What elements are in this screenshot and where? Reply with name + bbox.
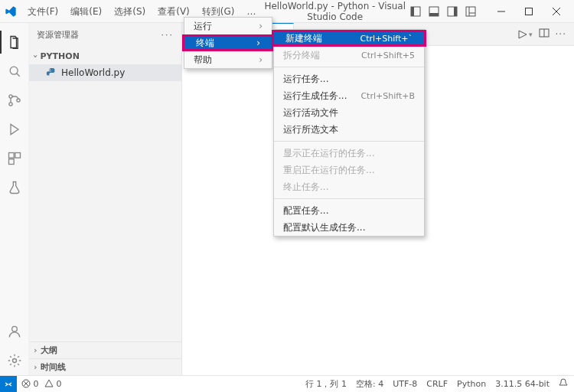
submenu-item[interactable]: 运行活动文件 bbox=[274, 104, 424, 121]
status-spaces[interactable]: 空格: 4 bbox=[356, 378, 383, 390]
svg-marker-18 bbox=[11, 124, 18, 134]
chevron-right-icon: › bbox=[259, 21, 263, 31]
submenu-item[interactable]: 新建终端Ctrl+Shift+` bbox=[272, 30, 426, 47]
svg-point-22 bbox=[11, 326, 17, 332]
svg-point-23 bbox=[12, 359, 16, 363]
activity-testing-icon[interactable] bbox=[0, 173, 29, 202]
menu-label: 运行活动文件 bbox=[283, 106, 338, 119]
window-close[interactable] bbox=[543, 1, 569, 22]
run-file-icon[interactable]: ▾ bbox=[517, 29, 533, 40]
chevron-right-icon: › bbox=[256, 38, 260, 48]
folder-header[interactable]: PYTHON bbox=[29, 47, 181, 64]
activitybar bbox=[0, 23, 29, 375]
submenu-item[interactable]: 运行所选文本 bbox=[274, 121, 424, 138]
menu-label: 运行生成任务... bbox=[283, 90, 347, 103]
svg-rect-21 bbox=[8, 159, 14, 165]
layout-panel-left-icon[interactable] bbox=[407, 3, 424, 20]
menu-label: 重启正在运行的任务... bbox=[283, 164, 374, 177]
statusbar: 0 0 行 1，列 1 空格: 4 UTF-8 CRLF Python 3.11… bbox=[0, 375, 574, 392]
menu-label: 显示正在运行的任务... bbox=[283, 147, 374, 160]
status-eol[interactable]: CRLF bbox=[426, 379, 448, 389]
svg-point-15 bbox=[8, 95, 11, 98]
chevron-right-icon bbox=[34, 345, 38, 355]
menu-label: 运行任务... bbox=[283, 73, 328, 86]
warning-count: 0 bbox=[57, 379, 62, 389]
layout-customize-icon[interactable] bbox=[462, 3, 479, 20]
svg-rect-19 bbox=[8, 153, 14, 158]
svg-line-14 bbox=[16, 74, 19, 77]
python-file-icon bbox=[46, 67, 57, 78]
menu-item-help[interactable]: 帮助 › bbox=[184, 51, 272, 68]
outline-label: 大纲 bbox=[41, 345, 57, 356]
status-language[interactable]: Python bbox=[457, 379, 486, 389]
activity-settings-icon[interactable] bbox=[0, 346, 29, 375]
submenu-item[interactable]: 配置任务... bbox=[274, 202, 424, 219]
activity-run-icon[interactable] bbox=[0, 115, 29, 144]
menu-label: 新建终端 bbox=[285, 32, 322, 45]
chevron-right-icon: › bbox=[259, 54, 263, 65]
menu-label: 终端 bbox=[196, 37, 214, 50]
activity-search-icon[interactable] bbox=[0, 57, 29, 86]
terminal-submenu: 新建终端Ctrl+Shift+`拆分终端Ctrl+Shift+5运行任务...运… bbox=[273, 29, 425, 237]
sidebar-more-icon[interactable]: ··· bbox=[161, 30, 174, 40]
menu-file[interactable]: 文件(F) bbox=[21, 0, 64, 23]
menu-shortcut: Ctrl+Shift+5 bbox=[361, 51, 415, 60]
status-lncol[interactable]: 行 1，列 1 bbox=[305, 378, 347, 390]
submenu-item: 终止任务... bbox=[274, 178, 424, 195]
window-minimize[interactable] bbox=[488, 1, 514, 22]
folder-name: PYTHON bbox=[41, 51, 80, 61]
menu-selection[interactable]: 选择(S) bbox=[108, 0, 152, 23]
menu-label: 帮助 bbox=[194, 54, 212, 67]
file-tree: PYTHON HelloWorld.py bbox=[29, 46, 181, 83]
file-name: HelloWorld.py bbox=[61, 67, 125, 78]
chevron-down-icon bbox=[34, 51, 38, 61]
window-title: HelloWorld.py - Python - Visual Studio C… bbox=[263, 1, 407, 22]
tab-more-icon[interactable]: ··· bbox=[556, 29, 566, 40]
svg-point-24 bbox=[50, 69, 51, 70]
svg-rect-5 bbox=[454, 7, 457, 16]
layout-panel-right-icon[interactable] bbox=[444, 3, 461, 20]
submenu-item: 拆分终端Ctrl+Shift+5 bbox=[274, 47, 424, 64]
outline-section[interactable]: 大纲 bbox=[29, 341, 181, 358]
svg-point-16 bbox=[8, 103, 11, 106]
explorer-sidebar: 资源管理器 ··· PYTHON HelloWorld.py 大纲 时间线 bbox=[29, 23, 182, 375]
window-maximize[interactable] bbox=[516, 1, 542, 22]
status-python[interactable]: 3.11.5 64-bit bbox=[495, 379, 550, 389]
menu-item-terminal[interactable]: 终端 › bbox=[182, 34, 274, 51]
activity-scm-icon[interactable] bbox=[0, 86, 29, 115]
menu-label: 运行 bbox=[194, 20, 212, 33]
menu-label: 配置默认生成任务... bbox=[283, 221, 365, 234]
svg-rect-10 bbox=[526, 8, 533, 15]
vscode-logo bbox=[0, 5, 21, 18]
file-item[interactable]: HelloWorld.py bbox=[29, 64, 181, 81]
svg-rect-3 bbox=[429, 13, 439, 16]
submenu-item[interactable]: 运行任务... bbox=[274, 70, 424, 87]
sidebar-header: 资源管理器 ··· bbox=[29, 23, 181, 46]
status-problems[interactable]: 0 0 bbox=[21, 379, 62, 389]
activity-accounts-icon[interactable] bbox=[0, 317, 29, 346]
split-editor-icon[interactable] bbox=[539, 28, 550, 41]
activity-extensions-icon[interactable] bbox=[0, 144, 29, 173]
submenu-item: 重启正在运行的任务... bbox=[274, 162, 424, 178]
menu-item-run[interactable]: 运行 › bbox=[184, 18, 272, 34]
svg-marker-25 bbox=[519, 31, 527, 38]
chevron-right-icon bbox=[34, 362, 38, 372]
menu-label: 终止任务... bbox=[283, 181, 328, 194]
titlebar-right bbox=[407, 1, 574, 22]
status-notifications-icon[interactable] bbox=[559, 378, 568, 390]
activity-explorer-icon[interactable] bbox=[0, 28, 29, 57]
status-encoding[interactable]: UTF-8 bbox=[393, 379, 417, 389]
svg-rect-20 bbox=[15, 153, 20, 158]
submenu-item[interactable]: 配置默认生成任务... bbox=[274, 219, 424, 236]
timeline-section[interactable]: 时间线 bbox=[29, 358, 181, 375]
submenu-item: 显示正在运行的任务... bbox=[274, 145, 424, 162]
menu-label: 配置任务... bbox=[283, 204, 328, 217]
menu-edit[interactable]: 编辑(E) bbox=[64, 0, 108, 23]
svg-rect-6 bbox=[466, 7, 475, 16]
menu-label: 运行所选文本 bbox=[283, 123, 338, 136]
submenu-item[interactable]: 运行生成任务...Ctrl+Shift+B bbox=[274, 87, 424, 104]
remote-icon[interactable] bbox=[0, 376, 17, 393]
sidebar-title: 资源管理器 bbox=[37, 29, 79, 41]
layout-panel-bottom-icon[interactable] bbox=[426, 3, 442, 20]
tab-actions: ▾ ··· bbox=[517, 28, 574, 41]
